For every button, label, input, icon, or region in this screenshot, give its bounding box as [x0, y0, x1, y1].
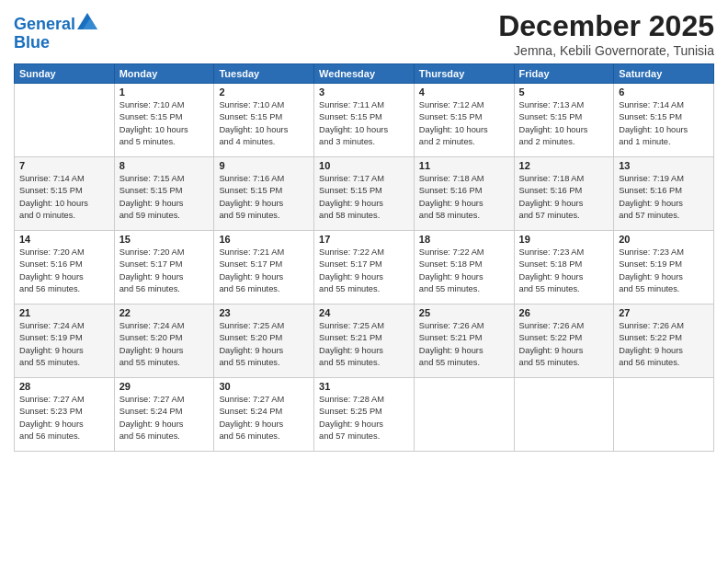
day-cell: 25Sunrise: 7:26 AMSunset: 5:21 PMDayligh… — [414, 304, 514, 378]
day-info: Sunrise: 7:14 AMSunset: 5:15 PMDaylight:… — [619, 99, 709, 149]
header-row: SundayMondayTuesdayWednesdayThursdayFrid… — [15, 64, 714, 84]
day-number: 13 — [619, 160, 709, 171]
day-info: Sunrise: 7:27 AMSunset: 5:23 PMDaylight:… — [19, 394, 109, 443]
day-info: Sunrise: 7:14 AMSunset: 5:15 PMDaylight:… — [19, 173, 109, 223]
day-number: 3 — [319, 86, 409, 98]
calendar-table: SundayMondayTuesdayWednesdayThursdayFrid… — [14, 63, 714, 452]
week-row-4: 21Sunrise: 7:24 AMSunset: 5:19 PMDayligh… — [15, 304, 714, 378]
day-number: 30 — [219, 381, 309, 392]
day-info: Sunrise: 7:24 AMSunset: 5:20 PMDaylight:… — [119, 320, 210, 370]
day-cell: 29Sunrise: 7:27 AMSunset: 5:24 PMDayligh… — [114, 378, 214, 452]
day-cell: 5Sunrise: 7:13 AMSunset: 5:15 PMDaylight… — [514, 84, 614, 157]
day-info: Sunrise: 7:20 AMSunset: 5:16 PMDaylight:… — [19, 247, 109, 296]
logo-icon — [77, 13, 97, 29]
day-number: 21 — [19, 307, 109, 318]
day-cell — [15, 84, 115, 157]
day-number: 2 — [219, 86, 309, 98]
day-info: Sunrise: 7:22 AMSunset: 5:18 PMDaylight:… — [419, 247, 509, 296]
day-number: 22 — [119, 307, 210, 318]
day-info: Sunrise: 7:27 AMSunset: 5:24 PMDaylight:… — [219, 394, 309, 443]
header-cell-friday: Friday — [514, 64, 614, 84]
day-info: Sunrise: 7:12 AMSunset: 5:15 PMDaylight:… — [419, 99, 509, 149]
header-cell-monday: Monday — [114, 64, 214, 84]
day-number: 10 — [319, 160, 409, 171]
day-cell: 2Sunrise: 7:10 AMSunset: 5:15 PMDaylight… — [214, 84, 314, 157]
day-cell: 30Sunrise: 7:27 AMSunset: 5:24 PMDayligh… — [214, 378, 314, 452]
day-number: 8 — [119, 160, 210, 171]
day-cell: 19Sunrise: 7:23 AMSunset: 5:18 PMDayligh… — [514, 231, 614, 304]
day-cell: 28Sunrise: 7:27 AMSunset: 5:23 PMDayligh… — [15, 378, 115, 452]
day-cell: 8Sunrise: 7:15 AMSunset: 5:15 PMDaylight… — [114, 157, 214, 231]
month-title: December 2025 — [498, 9, 714, 43]
day-number: 31 — [319, 381, 409, 392]
day-info: Sunrise: 7:16 AMSunset: 5:15 PMDaylight:… — [219, 173, 309, 223]
day-cell: 22Sunrise: 7:24 AMSunset: 5:20 PMDayligh… — [114, 304, 214, 378]
page: General Blue December 2025 Jemna, Kebili… — [0, 0, 728, 563]
day-cell: 21Sunrise: 7:24 AMSunset: 5:19 PMDayligh… — [15, 304, 115, 378]
day-number: 9 — [219, 160, 309, 171]
day-info: Sunrise: 7:25 AMSunset: 5:20 PMDaylight:… — [219, 320, 309, 370]
day-number: 6 — [619, 86, 709, 98]
day-cell: 3Sunrise: 7:11 AMSunset: 5:15 PMDaylight… — [314, 84, 415, 157]
day-number: 18 — [419, 234, 509, 245]
header: General Blue December 2025 Jemna, Kebili… — [14, 9, 714, 58]
day-number: 26 — [519, 307, 609, 318]
day-number: 28 — [19, 381, 109, 392]
day-info: Sunrise: 7:26 AMSunset: 5:22 PMDaylight:… — [619, 320, 709, 370]
day-number: 17 — [319, 234, 409, 245]
day-number: 7 — [19, 160, 109, 171]
day-number: 24 — [319, 307, 409, 318]
day-info: Sunrise: 7:24 AMSunset: 5:19 PMDaylight:… — [19, 320, 109, 370]
day-number: 25 — [419, 307, 509, 318]
day-info: Sunrise: 7:18 AMSunset: 5:16 PMDaylight:… — [519, 173, 609, 223]
day-cell: 27Sunrise: 7:26 AMSunset: 5:22 PMDayligh… — [614, 304, 714, 378]
day-info: Sunrise: 7:15 AMSunset: 5:15 PMDaylight:… — [119, 173, 210, 223]
day-cell: 26Sunrise: 7:26 AMSunset: 5:22 PMDayligh… — [514, 304, 614, 378]
day-cell: 31Sunrise: 7:28 AMSunset: 5:25 PMDayligh… — [314, 378, 415, 452]
day-cell: 9Sunrise: 7:16 AMSunset: 5:15 PMDaylight… — [214, 157, 314, 231]
day-info: Sunrise: 7:11 AMSunset: 5:15 PMDaylight:… — [319, 99, 409, 149]
day-cell: 10Sunrise: 7:17 AMSunset: 5:15 PMDayligh… — [314, 157, 415, 231]
week-row-5: 28Sunrise: 7:27 AMSunset: 5:23 PMDayligh… — [15, 378, 714, 452]
day-number: 15 — [119, 234, 210, 245]
logo-blue-text: Blue — [14, 33, 50, 52]
logo-blue: Blue — [14, 34, 97, 52]
day-cell — [414, 378, 514, 452]
day-cell: 16Sunrise: 7:21 AMSunset: 5:17 PMDayligh… — [214, 231, 314, 304]
header-cell-tuesday: Tuesday — [214, 64, 314, 84]
day-cell: 11Sunrise: 7:18 AMSunset: 5:16 PMDayligh… — [414, 157, 514, 231]
day-info: Sunrise: 7:25 AMSunset: 5:21 PMDaylight:… — [319, 320, 409, 370]
day-info: Sunrise: 7:21 AMSunset: 5:17 PMDaylight:… — [219, 247, 309, 296]
day-cell: 7Sunrise: 7:14 AMSunset: 5:15 PMDaylight… — [15, 157, 115, 231]
day-info: Sunrise: 7:20 AMSunset: 5:17 PMDaylight:… — [119, 247, 210, 296]
day-info: Sunrise: 7:28 AMSunset: 5:25 PMDaylight:… — [319, 394, 409, 443]
calendar-body: 1Sunrise: 7:10 AMSunset: 5:15 PMDaylight… — [15, 84, 714, 452]
week-row-1: 1Sunrise: 7:10 AMSunset: 5:15 PMDaylight… — [15, 84, 714, 157]
day-number: 12 — [519, 160, 609, 171]
header-cell-wednesday: Wednesday — [314, 64, 415, 84]
day-info: Sunrise: 7:23 AMSunset: 5:18 PMDaylight:… — [519, 247, 609, 296]
header-cell-sunday: Sunday — [15, 64, 115, 84]
day-cell: 15Sunrise: 7:20 AMSunset: 5:17 PMDayligh… — [114, 231, 214, 304]
day-cell: 17Sunrise: 7:22 AMSunset: 5:17 PMDayligh… — [314, 231, 415, 304]
logo: General Blue — [14, 13, 97, 52]
day-cell: 14Sunrise: 7:20 AMSunset: 5:16 PMDayligh… — [15, 231, 115, 304]
day-number: 20 — [619, 234, 709, 245]
day-number: 29 — [119, 381, 210, 392]
day-cell: 20Sunrise: 7:23 AMSunset: 5:19 PMDayligh… — [614, 231, 714, 304]
day-cell: 23Sunrise: 7:25 AMSunset: 5:20 PMDayligh… — [214, 304, 314, 378]
day-number: 16 — [219, 234, 309, 245]
day-number: 27 — [619, 307, 709, 318]
day-number: 11 — [419, 160, 509, 171]
header-cell-thursday: Thursday — [414, 64, 514, 84]
subtitle: Jemna, Kebili Governorate, Tunisia — [498, 43, 714, 58]
title-block: December 2025 Jemna, Kebili Governorate,… — [498, 9, 714, 58]
day-cell: 18Sunrise: 7:22 AMSunset: 5:18 PMDayligh… — [414, 231, 514, 304]
day-number: 1 — [119, 86, 210, 98]
calendar-header: SundayMondayTuesdayWednesdayThursdayFrid… — [15, 64, 714, 84]
day-info: Sunrise: 7:17 AMSunset: 5:15 PMDaylight:… — [319, 173, 409, 223]
day-info: Sunrise: 7:13 AMSunset: 5:15 PMDaylight:… — [519, 99, 609, 149]
day-cell: 4Sunrise: 7:12 AMSunset: 5:15 PMDaylight… — [414, 84, 514, 157]
day-cell — [614, 378, 714, 452]
day-info: Sunrise: 7:10 AMSunset: 5:15 PMDaylight:… — [219, 99, 309, 149]
